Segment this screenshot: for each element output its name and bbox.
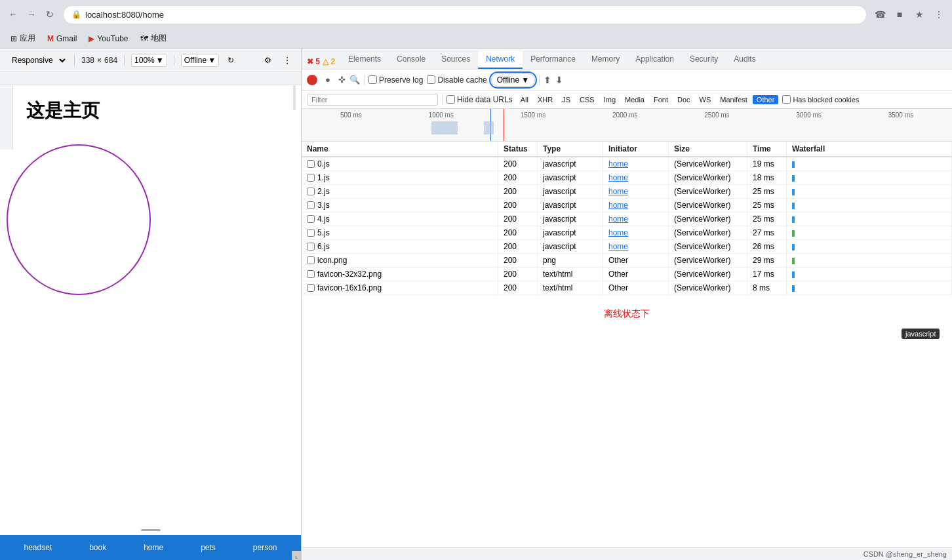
tab-performance[interactable]: Performance xyxy=(523,50,584,69)
row-checkbox[interactable] xyxy=(307,270,315,278)
export-button[interactable]: ⬇ xyxy=(555,75,563,85)
filter-xhr[interactable]: XHR xyxy=(534,95,557,104)
rotate-button[interactable]: ↻ xyxy=(223,54,239,67)
network-table[interactable]: Name Status Type Initiator Size xyxy=(302,142,952,547)
waterfall-bar xyxy=(792,258,795,264)
initiator-value[interactable]: home xyxy=(608,159,628,169)
stop-button[interactable]: ● xyxy=(321,73,334,87)
offline-button[interactable]: Offline ▼ xyxy=(491,73,535,87)
network-dropdown[interactable]: Offline ▼ xyxy=(181,54,219,67)
hide-data-urls-checkbox[interactable] xyxy=(446,95,455,104)
filter-all[interactable]: All xyxy=(517,95,532,104)
filter-ws[interactable]: WS xyxy=(696,95,715,104)
row-time: 27 ms xyxy=(747,226,787,239)
tab-console[interactable]: Console xyxy=(389,50,433,69)
resize-handle[interactable]: ⌞ xyxy=(292,551,301,560)
bookmark-apps[interactable]: ⊞ 应用 xyxy=(5,31,41,46)
scrollbar[interactable] xyxy=(293,85,296,110)
has-blocked-checkbox[interactable] xyxy=(782,95,791,104)
back-button[interactable]: ← xyxy=(5,7,21,22)
initiator-value[interactable]: home xyxy=(608,214,628,224)
initiator-value[interactable]: home xyxy=(608,201,628,210)
table-row[interactable]: 6.js 200 javascript home (ServiceWorker)… xyxy=(302,240,952,254)
menu-icon[interactable]: ⋮ xyxy=(931,7,947,22)
filter-css[interactable]: CSS xyxy=(576,95,599,104)
bottom-nav: headset book home pets person xyxy=(0,535,301,560)
filter-manifest[interactable]: Manifest xyxy=(716,95,751,104)
filter-doc[interactable]: Doc xyxy=(673,95,694,104)
initiator-value[interactable]: home xyxy=(608,187,628,196)
nav-person[interactable]: person xyxy=(253,543,277,552)
tab-sources[interactable]: Sources xyxy=(433,50,478,69)
bookmark-youtube[interactable]: ▶ YouTube xyxy=(83,32,133,45)
row-checkbox[interactable] xyxy=(307,215,315,223)
nav-pets[interactable]: pets xyxy=(201,543,216,552)
tab-security[interactable]: Security xyxy=(682,50,726,69)
extensions-icon[interactable]: ■ xyxy=(892,7,907,22)
page-heading: 这是主页 xyxy=(26,98,288,123)
tab-memory[interactable]: Memory xyxy=(584,50,627,69)
record-button[interactable] xyxy=(307,75,317,85)
row-checkbox[interactable] xyxy=(307,243,315,250)
devtools-close[interactable]: ✖ 5 △ 2 xyxy=(302,54,340,69)
search-button[interactable]: 🔍 xyxy=(349,75,360,85)
initiator-value[interactable]: home xyxy=(608,173,628,182)
filter-media[interactable]: Media xyxy=(621,95,648,104)
preserve-log-label[interactable]: Preserve log xyxy=(368,75,423,85)
preserve-log-checkbox[interactable] xyxy=(368,75,377,84)
initiator-value[interactable]: home xyxy=(608,228,628,237)
address-bar[interactable]: 🔒 localhost:8080/home xyxy=(63,5,867,24)
bookmark-icon[interactable]: ★ xyxy=(911,7,927,22)
row-checkbox[interactable] xyxy=(307,160,315,168)
row-checkbox[interactable] xyxy=(307,174,315,182)
filter-input[interactable] xyxy=(307,94,438,106)
import-button[interactable]: ⬆ xyxy=(544,75,551,85)
table-row[interactable]: 0.js 200 javascript home (ServiceWorker)… xyxy=(302,157,952,171)
tab-elements[interactable]: Elements xyxy=(340,50,389,69)
table-row[interactable]: 5.js 200 javascript home (ServiceWorker)… xyxy=(302,226,952,240)
tab-application[interactable]: Application xyxy=(627,50,682,69)
table-row[interactable]: 1.js 200 javascript home (ServiceWorker)… xyxy=(302,171,952,185)
filter-img[interactable]: Img xyxy=(600,95,620,104)
row-checkbox[interactable] xyxy=(307,229,315,237)
nav-home[interactable]: home xyxy=(144,543,163,552)
nav-book[interactable]: book xyxy=(89,543,106,552)
forward-button[interactable]: → xyxy=(24,7,39,22)
tab-audits[interactable]: Audits xyxy=(726,50,763,69)
table-row[interactable]: 3.js 200 javascript home (ServiceWorker)… xyxy=(302,199,952,212)
reload-button[interactable]: ↻ xyxy=(42,7,58,22)
network-rows: 0.js 200 javascript home (ServiceWorker)… xyxy=(302,157,952,295)
filter-button[interactable]: ✜ xyxy=(338,75,346,85)
profile-icon[interactable]: ☎ xyxy=(872,7,888,22)
responsive-mode-select[interactable]: Responsive xyxy=(5,53,68,68)
table-row[interactable]: 2.js 200 javascript home (ServiceWorker)… xyxy=(302,185,952,199)
row-checkbox[interactable] xyxy=(307,201,315,209)
more-options-button[interactable]: ⋮ xyxy=(279,54,296,67)
filter-other[interactable]: Other xyxy=(753,95,779,104)
table-row[interactable]: 4.js 200 javascript home (ServiceWorker)… xyxy=(302,212,952,226)
tab-network[interactable]: Network xyxy=(478,50,523,69)
row-checkbox[interactable] xyxy=(307,284,315,292)
has-blocked-label[interactable]: Has blocked cookies xyxy=(782,95,859,104)
label-1500: 1500 ms xyxy=(521,111,545,119)
nav-headset[interactable]: headset xyxy=(24,543,52,552)
row-checkbox[interactable] xyxy=(307,188,315,195)
disable-cache-label[interactable]: Disable cache xyxy=(427,75,486,85)
table-row[interactable]: favicon-16x16.png 200 text/html Other (S… xyxy=(302,281,952,295)
initiator-value[interactable]: home xyxy=(608,242,628,251)
bookmark-gmail[interactable]: M Gmail xyxy=(42,32,82,45)
row-name-text: 3.js xyxy=(317,201,330,210)
settings-button[interactable]: ⚙ xyxy=(260,54,276,67)
network-toolbar: ● ✜ 🔍 Preserve log Disable cache Offline… xyxy=(302,70,952,90)
disable-cache-checkbox[interactable] xyxy=(427,75,435,84)
row-name: 4.js xyxy=(302,212,498,226)
filter-js[interactable]: JS xyxy=(558,95,574,104)
bookmark-maps[interactable]: 🗺 地图 xyxy=(135,31,172,46)
row-checkbox[interactable] xyxy=(307,256,315,264)
zoom-dropdown[interactable]: 100% ▼ xyxy=(131,54,167,67)
table-row[interactable]: favicon-32x32.png 200 text/html Other (S… xyxy=(302,268,952,281)
hide-data-urls-label[interactable]: Hide data URLs xyxy=(446,95,513,104)
row-name: favicon-32x32.png xyxy=(302,268,498,281)
filter-font[interactable]: Font xyxy=(650,95,672,104)
table-row[interactable]: icon.png 200 png Other (ServiceWorker) 2… xyxy=(302,254,952,268)
